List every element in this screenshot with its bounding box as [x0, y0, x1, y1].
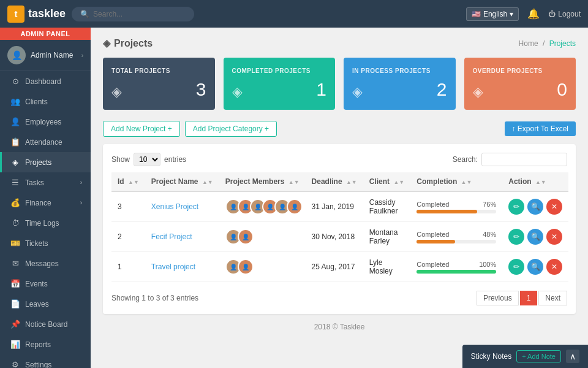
sidebar-label-tasks: Tasks [25, 178, 44, 187]
cell-members: 👤👤 [219, 222, 306, 252]
breadcrumb-row: ◈ Projects Home / Projects [103, 37, 576, 49]
entries-select[interactable]: 10 25 50 [134, 153, 160, 166]
next-page-button[interactable]: Next [538, 291, 567, 305]
cell-name: Fecif Project [145, 222, 219, 252]
cell-members: 👤👤👤👤👤👤 [219, 191, 306, 222]
col-deadline[interactable]: Deadline ▲▼ [306, 172, 363, 191]
cell-client: Cassidy Faulkner [363, 191, 411, 222]
member-avatar: 👤 [238, 259, 254, 275]
col-project-name[interactable]: Project Name ▲▼ [145, 172, 219, 191]
stat-icon-completed: ◈ [232, 84, 243, 100]
chevron-down-icon: ▾ [510, 10, 513, 18]
sidebar-item-employees[interactable]: 👤 Employees [0, 112, 91, 132]
noticeboard-icon: 📌 [10, 320, 20, 329]
search-input[interactable] [93, 10, 186, 18]
view-button[interactable]: 🔍 [527, 259, 543, 275]
sidebar-label-timelogs: Time Logs [25, 219, 59, 228]
delete-button[interactable]: ✕ [546, 259, 562, 275]
add-project-button[interactable]: Add New Project + [103, 121, 180, 137]
stat-value-inprocess: 2 [437, 79, 447, 100]
page-1-button[interactable]: 1 [520, 291, 538, 305]
sidebar-item-tickets[interactable]: 🎫 Tickets [0, 233, 91, 253]
view-button[interactable]: 🔍 [527, 199, 543, 215]
stat-card-overdue: OVERDUE PROJECTS ◈ 0 [464, 58, 576, 110]
stat-row-total: ◈ 3 [111, 79, 206, 100]
sort-icon: ▲▼ [393, 179, 404, 185]
progress-bar-fill [417, 240, 454, 243]
previous-page-button[interactable]: Previous [477, 291, 519, 305]
col-client[interactable]: Client ▲▼ [363, 172, 411, 191]
cell-members: 👤👤 [219, 252, 306, 282]
sidebar-item-noticeboard[interactable]: 📌 Notice Board [0, 314, 91, 334]
sidebar-item-messages[interactable]: ✉ Messages [0, 253, 91, 274]
main-content: ◈ Projects Home / Projects TOTAL PROJECT… [91, 28, 588, 368]
col-project-members[interactable]: Project Members ▲▼ [219, 172, 306, 191]
col-completion[interactable]: Completion ▲▼ [410, 172, 502, 191]
sidebar-item-tasks[interactable]: ☰ Tasks › [0, 172, 91, 193]
dashboard-icon: ⊙ [10, 77, 20, 86]
table-section: Show 10 25 50 entries Search: Id ▲▼Proje… [103, 144, 576, 314]
add-category-button[interactable]: Add Project Category + [185, 121, 277, 137]
sidebar-label-projects: Projects [25, 158, 51, 167]
breadcrumb-separator: / [543, 39, 545, 48]
view-button[interactable]: 🔍 [527, 229, 543, 245]
project-link[interactable]: Travel project [151, 263, 195, 271]
export-excel-button[interactable]: ↑ Export To Excel [505, 121, 576, 136]
sidebar-item-projects[interactable]: ◈ Projects [0, 152, 91, 172]
sidebar-item-attendance[interactable]: 📋 Attendance [0, 132, 91, 152]
table-body: 3 Xenius Project 👤👤👤👤👤👤 31 Jan, 2019 Cas… [111, 191, 568, 282]
search-bar[interactable]: 🔍 [72, 7, 194, 21]
stat-icon-inprocess: ◈ [352, 84, 363, 100]
cell-deadline: 25 Aug, 2017 [306, 252, 363, 282]
logout-button[interactable]: ⏻ Logout [548, 10, 581, 18]
sidebar-label-reports: Reports [25, 340, 51, 349]
cell-id: 3 [111, 191, 145, 222]
project-link[interactable]: Fecif Project [151, 232, 192, 241]
language-label: English [483, 10, 507, 18]
sidebar-arrow-finance: › [80, 199, 82, 206]
sidebar-item-finance[interactable]: 💰 Finance › [0, 193, 91, 213]
stat-value-total: 3 [196, 79, 206, 100]
timelogs-icon: ⏱ [10, 218, 20, 228]
sidebar-item-reports[interactable]: 📊 Reports [0, 334, 91, 355]
col-action[interactable]: Action ▲▼ [502, 172, 568, 191]
col-id[interactable]: Id ▲▼ [111, 172, 145, 191]
sidebar-label-attendance: Attendance [25, 138, 62, 147]
footer: 2018 © Tasklee [103, 314, 576, 335]
edit-button[interactable]: ✏ [508, 229, 524, 245]
messages-icon: ✉ [10, 259, 20, 268]
language-selector[interactable]: 🇺🇸 English ▾ [466, 7, 519, 21]
sidebar-item-leaves[interactable]: 📄 Leaves [0, 294, 91, 314]
cell-action: ✏ 🔍 ✕ [502, 252, 568, 282]
sidebar-label-messages: Messages [25, 259, 59, 268]
cell-deadline: 31 Jan, 2019 [306, 191, 363, 222]
footer-text: 2018 © Tasklee [314, 323, 365, 331]
logo-icon: t [7, 6, 24, 23]
project-link[interactable]: Xenius Project [151, 202, 198, 211]
show-entries: Show 10 25 50 entries [111, 153, 186, 166]
stats-row: TOTAL PROJECTS ◈ 3 COMPLETED PROJECTS ◈ … [103, 58, 576, 110]
sidebar-item-events[interactable]: 📅 Events [0, 274, 91, 294]
sidebar-item-dashboard[interactable]: ⊙ Dashboard [0, 71, 91, 91]
completion-pct: 100% [479, 261, 496, 268]
add-note-button[interactable]: + Add Note [516, 350, 561, 362]
clients-icon: 👥 [10, 97, 20, 106]
edit-button[interactable]: ✏ [508, 259, 524, 275]
delete-button[interactable]: ✕ [546, 199, 562, 215]
edit-button[interactable]: ✏ [508, 199, 524, 215]
sidebar-item-timelogs[interactable]: ⏱ Time Logs [0, 213, 91, 233]
sidebar-item-settings[interactable]: ⚙ Settings [0, 355, 91, 368]
table-search-input[interactable] [481, 153, 567, 166]
stat-label-total: TOTAL PROJECTS [111, 67, 206, 74]
stat-value-completed: 1 [316, 79, 326, 100]
breadcrumb: Home / Projects [519, 39, 576, 48]
reports-icon: 📊 [10, 340, 20, 349]
sticky-collapse-button[interactable]: ∧ [566, 350, 579, 363]
delete-button[interactable]: ✕ [546, 229, 562, 245]
navbar: t tasklee 🔍 🇺🇸 English ▾ 🔔 ⏻ Logout [0, 0, 588, 28]
notification-icon[interactable]: 🔔 [527, 8, 540, 20]
breadcrumb-home[interactable]: Home [519, 39, 538, 48]
sidebar-item-clients[interactable]: 👥 Clients [0, 91, 91, 112]
stat-card-total: TOTAL PROJECTS ◈ 3 [103, 58, 215, 110]
admin-info[interactable]: 👤 Admin Name › [0, 40, 91, 71]
